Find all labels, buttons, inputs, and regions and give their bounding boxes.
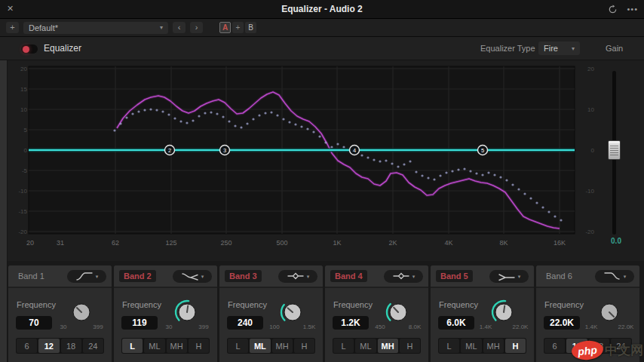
- spectrum-dot: [427, 176, 429, 179]
- ab-b-button[interactable]: B: [245, 22, 256, 33]
- band-4-btn-mh[interactable]: MH: [378, 339, 398, 353]
- band-handle-2[interactable]: 2: [165, 146, 175, 155]
- band-2-filter-select[interactable]: ▾: [173, 270, 212, 283]
- left-scrollbar[interactable]: [0, 60, 8, 362]
- bell-icon: [392, 271, 410, 281]
- chevron-down-icon: ▾: [160, 24, 163, 31]
- band-5-toggle[interactable]: Band 5: [436, 270, 473, 282]
- band-3-filter-select[interactable]: ▾: [278, 270, 317, 283]
- ab-copy-button[interactable]: +: [232, 22, 244, 33]
- y-tick-right: 20: [579, 66, 594, 72]
- band-5-btn-l[interactable]: L: [439, 339, 459, 353]
- band-1-toggle[interactable]: Band 1: [14, 270, 49, 282]
- y-tick-right: -20: [579, 229, 594, 235]
- equalizer-type-value: Fire: [544, 44, 558, 53]
- band-4-btn-ml[interactable]: ML: [355, 339, 376, 353]
- band-6-filter-select[interactable]: ▾: [595, 270, 634, 283]
- spectrum-dot: [137, 110, 140, 112]
- band-5-btn-mh[interactable]: MH: [483, 339, 504, 353]
- add-preset-button[interactable]: +: [6, 22, 19, 33]
- band-4-btn-l[interactable]: L: [333, 339, 354, 353]
- band-1-btn-12[interactable]: 12: [38, 339, 59, 353]
- band-6-btn-6[interactable]: 6: [544, 339, 565, 353]
- spectrum-dot: [234, 124, 236, 127]
- band-5-frequency-value[interactable]: 6.0K: [438, 316, 474, 330]
- band-4-toggle[interactable]: Band 4: [330, 270, 367, 282]
- band-5-filter-select[interactable]: ▾: [489, 270, 529, 283]
- band-6-toggle[interactable]: Band 6: [541, 270, 577, 282]
- band-handle-5[interactable]: 5: [478, 146, 488, 155]
- band-3-frequency-value[interactable]: 240: [227, 316, 263, 330]
- band-handle-4[interactable]: 4: [350, 146, 360, 155]
- spectrum-dot: [143, 109, 146, 111]
- freq-tick: 20: [26, 239, 34, 247]
- band-6-frequency-value[interactable]: 22.0K: [544, 316, 580, 330]
- low-pass-icon: [603, 271, 621, 281]
- equalizer-type-select[interactable]: Fire ▾: [538, 41, 580, 55]
- band-3-btn-ml[interactable]: ML: [250, 339, 270, 353]
- spectrum-dot: [300, 125, 302, 127]
- band-2-btn-mh[interactable]: MH: [167, 339, 187, 353]
- preset-select[interactable]: Default* ▾: [23, 22, 168, 34]
- band-3-frequency-knob[interactable]: [279, 299, 306, 326]
- band-4-frequency-value[interactable]: 1.2K: [333, 316, 369, 330]
- band-1-frequency-label: Frequency: [17, 300, 56, 309]
- band-3-btn-l[interactable]: L: [228, 339, 248, 353]
- band-3-header: Band 3▾: [219, 265, 323, 288]
- svg-text:4: 4: [353, 147, 356, 154]
- band-5-btn-h[interactable]: H: [505, 339, 526, 353]
- band-2-frequency-knob[interactable]: [173, 299, 201, 326]
- spectrum-dot: [336, 143, 339, 145]
- band-2-btn-l[interactable]: L: [122, 339, 143, 353]
- window-title: Equalizer - Audio 2: [0, 4, 644, 14]
- band-1-btn-6[interactable]: 6: [17, 339, 37, 353]
- spectrum-dot: [554, 215, 556, 217]
- band-3-btn-mh[interactable]: MH: [272, 339, 293, 353]
- band-1-frequency-knob[interactable]: [68, 299, 95, 326]
- spectrum-dot: [216, 112, 218, 115]
- next-preset-button[interactable]: ›: [190, 22, 203, 33]
- ab-a-button[interactable]: A: [219, 22, 231, 33]
- band-4-btn-h[interactable]: H: [400, 339, 420, 353]
- equalizer-power-toggle[interactable]: [21, 44, 38, 54]
- band-2-frequency-label: Frequency: [122, 300, 161, 309]
- y-tick-left: -15: [12, 208, 27, 215]
- spectrum-dot: [113, 129, 115, 131]
- band-1-filter-select[interactable]: ▾: [67, 270, 106, 283]
- band-5-btn-ml[interactable]: ML: [461, 339, 481, 353]
- band-1-button-row: 6121824: [16, 338, 104, 354]
- band-2-frequency-value[interactable]: 119: [121, 316, 158, 330]
- band-1-freq-max: 399: [85, 324, 111, 330]
- band-2-btn-ml[interactable]: ML: [144, 339, 164, 353]
- gain-slider-handle[interactable]: [608, 140, 621, 160]
- spectrum-dot: [505, 179, 508, 181]
- options-menu-icon[interactable]: •••: [627, 5, 638, 14]
- spectrum-dot: [131, 112, 133, 115]
- band-5-freq-min: 1.4K: [475, 324, 496, 330]
- reset-icon[interactable]: [608, 5, 618, 14]
- band-3-btn-h[interactable]: H: [294, 339, 314, 353]
- spectrum-plot[interactable]: 2345: [0, 60, 644, 261]
- band-handle-3[interactable]: 3: [220, 146, 230, 155]
- band-2-freq-max: 399: [191, 324, 216, 330]
- spectrum-dot: [379, 160, 381, 162]
- spectrum-dot: [330, 146, 333, 148]
- svg-text:3: 3: [223, 147, 226, 154]
- band-3-toggle[interactable]: Band 3: [225, 270, 262, 282]
- spectrum-dot: [192, 119, 194, 121]
- spectrum-dot: [173, 117, 176, 119]
- band-1-btn-24[interactable]: 24: [83, 339, 103, 353]
- band-1-btn-18[interactable]: 18: [61, 339, 81, 353]
- band-4-filter-select[interactable]: ▾: [384, 270, 423, 283]
- band-1-frequency-value[interactable]: 70: [16, 316, 52, 330]
- band-6-frequency-knob[interactable]: [596, 299, 623, 326]
- spectrum-dot: [517, 188, 520, 190]
- band-4-frequency-knob[interactable]: [385, 299, 412, 326]
- band-2-btn-h[interactable]: H: [189, 339, 209, 353]
- band-5-frequency-knob[interactable]: [490, 299, 517, 326]
- prev-preset-button[interactable]: ‹: [173, 22, 186, 33]
- spectrum-dot: [306, 127, 308, 130]
- spectrum-dot: [541, 206, 544, 208]
- band-2-toggle[interactable]: Band 2: [119, 270, 156, 282]
- preset-value: Default*: [29, 23, 58, 32]
